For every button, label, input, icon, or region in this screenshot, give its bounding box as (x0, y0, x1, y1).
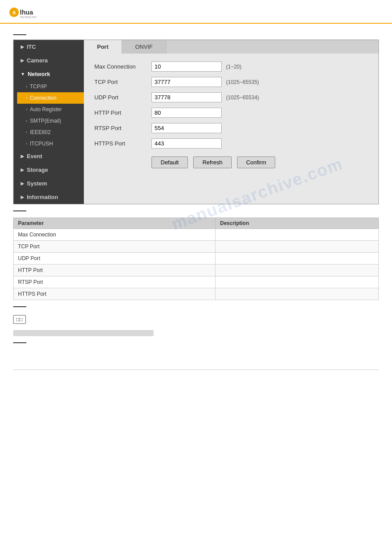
table-cell-param-3: HTTP Port (14, 265, 216, 276)
svg-text:TECHNOLOGY: TECHNOLOGY (20, 16, 37, 18)
table-row: TCP Port (14, 241, 379, 253)
smtp-arrow: › (26, 119, 27, 123)
logo: a lhua TECHNOLOGY (9, 4, 44, 20)
tcpip-arrow: › (26, 84, 27, 89)
sidebar-item-connection[interactable]: › Connection (17, 92, 84, 104)
table-row: RTSP Port (14, 276, 379, 288)
table-col-description: Description (216, 218, 379, 229)
sidebar-item-information-label: Information (27, 194, 58, 200)
sidebar-item-camera[interactable]: ▶ Camera (14, 54, 84, 67)
storage-arrow: ▶ (21, 167, 24, 172)
note-section: □□ (13, 315, 379, 336)
table-cell-param-5: HTTPS Port (14, 288, 216, 300)
table-cell-desc-3 (216, 265, 379, 276)
sidebar-item-storage-label: Storage (27, 167, 48, 173)
form-row-udp-port: UDP Port (1025~65534) (94, 92, 368, 102)
sidebar-item-tcpip-label: TCP/IP (30, 83, 47, 90)
table-cell-param-1: TCP Port (14, 241, 216, 253)
page-content: ▶ ITC ▶ Camera ▼ Network › TCP/IP (0, 24, 392, 379)
sidebar-item-itc[interactable]: ▶ ITC (14, 40, 84, 54)
sidebar-item-network[interactable]: ▼ Network (14, 67, 84, 81)
ui-panel: ▶ ITC ▶ Camera ▼ Network › TCP/IP (13, 40, 379, 204)
table-row: HTTPS Port (14, 288, 379, 300)
default-button[interactable]: Default (151, 156, 188, 168)
sidebar-item-system-label: System (27, 180, 47, 187)
connection-arrow: › (26, 96, 27, 100)
sidebar-sub-network: › TCP/IP › Connection › Auto Register › … (14, 81, 84, 149)
tab-port[interactable]: Port (84, 40, 122, 54)
sidebar-item-itcpush-label: ITCPUSH (30, 141, 53, 147)
form-row-rtsp-port: RTSP Port (94, 123, 368, 133)
table-cell-desc-2 (216, 253, 379, 265)
sidebar-item-autoregister-label: Auto Register (30, 106, 62, 112)
form-area: Max Connection (1~20) TCP Port (1025~655… (84, 54, 378, 176)
autoregister-arrow: › (26, 107, 27, 112)
sidebar-item-autoregister[interactable]: › Auto Register (17, 104, 84, 115)
form-row-max-connection: Max Connection (1~20) (94, 62, 368, 72)
note-text-area: □□ (13, 315, 379, 326)
information-arrow: ▶ (21, 195, 24, 200)
sidebar-item-ieee802-label: IEEE802 (30, 129, 50, 135)
label-http-port: HTTP Port (94, 109, 151, 116)
note-bar (13, 330, 154, 336)
sidebar-item-network-label: Network (28, 71, 50, 77)
sidebar-item-ieee802[interactable]: › IEEE802 (17, 127, 84, 138)
form-row-http-port: HTTP Port (94, 108, 368, 118)
refresh-button[interactable]: Refresh (193, 156, 232, 168)
input-udp-port[interactable] (151, 92, 222, 102)
table-row: Max Connection (14, 229, 379, 241)
input-http-port[interactable] (151, 108, 222, 118)
label-tcp-port: TCP Port (94, 79, 151, 85)
sidebar-item-system[interactable]: ▶ System (14, 177, 84, 190)
sidebar-item-smtp[interactable]: › SMTP(Email) (17, 115, 84, 127)
tab-port-label: Port (97, 44, 108, 50)
section-line-note (13, 306, 26, 307)
label-max-connection: Max Connection (94, 63, 151, 70)
input-rtsp-port[interactable] (151, 123, 222, 133)
table-cell-param-4: RTSP Port (14, 276, 216, 288)
system-arrow: ▶ (21, 181, 24, 186)
input-max-connection[interactable] (151, 62, 222, 72)
hint-tcp-port: (1025~65535) (226, 79, 259, 85)
table-cell-desc-1 (216, 241, 379, 253)
label-rtsp-port: RTSP Port (94, 125, 151, 131)
network-arrow: ▼ (21, 72, 25, 76)
sidebar-item-itc-label: ITC (27, 44, 36, 50)
logo-svg: a lhua TECHNOLOGY (9, 4, 44, 20)
form-row-tcp-port: TCP Port (1025~65535) (94, 77, 368, 87)
itc-arrow: ▶ (21, 44, 24, 49)
ieee802-arrow: › (26, 130, 27, 134)
table-section: Parameter Description Max Connection TCP… (13, 218, 379, 300)
confirm-button[interactable]: Confirm (237, 156, 276, 168)
tab-onvif-label: ONVIF (135, 44, 153, 50)
table-row: UDP Port (14, 253, 379, 265)
table-cell-param-0: Max Connection (14, 229, 216, 241)
tab-bar: Port ONVIF (84, 40, 378, 54)
label-https-port: HTTPS Port (94, 140, 151, 147)
sidebar-item-tcpip[interactable]: › TCP/IP (17, 81, 84, 92)
event-arrow: ▶ (21, 154, 24, 159)
sidebar-item-camera-label: Camera (27, 57, 48, 64)
button-row: Default Refresh Confirm (151, 156, 368, 168)
table-col-parameter: Parameter (14, 218, 216, 229)
section-line-top (13, 34, 26, 35)
note-icon: □□ (13, 315, 26, 324)
tab-onvif[interactable]: ONVIF (122, 40, 166, 54)
sidebar-item-connection-label: Connection (30, 95, 57, 101)
label-udp-port: UDP Port (94, 94, 151, 101)
svg-text:a: a (12, 9, 16, 15)
sidebar-item-information[interactable]: ▶ Information (14, 190, 84, 204)
input-https-port[interactable] (151, 138, 222, 149)
sidebar-item-event[interactable]: ▶ Event (14, 149, 84, 163)
sidebar-item-itcpush[interactable]: › ITCPUSH (17, 138, 84, 149)
table-cell-desc-0 (216, 229, 379, 241)
table-cell-desc-5 (216, 288, 379, 300)
section-line-table (13, 210, 26, 211)
sidebar-item-storage[interactable]: ▶ Storage (14, 163, 84, 177)
main-panel: Port ONVIF Max Connection (1~20) (84, 40, 378, 204)
table-row: HTTP Port (14, 265, 379, 276)
svg-text:lhua: lhua (20, 9, 33, 16)
table-cell-desc-4 (216, 276, 379, 288)
input-tcp-port[interactable] (151, 77, 222, 87)
data-table: Parameter Description Max Connection TCP… (13, 218, 379, 300)
